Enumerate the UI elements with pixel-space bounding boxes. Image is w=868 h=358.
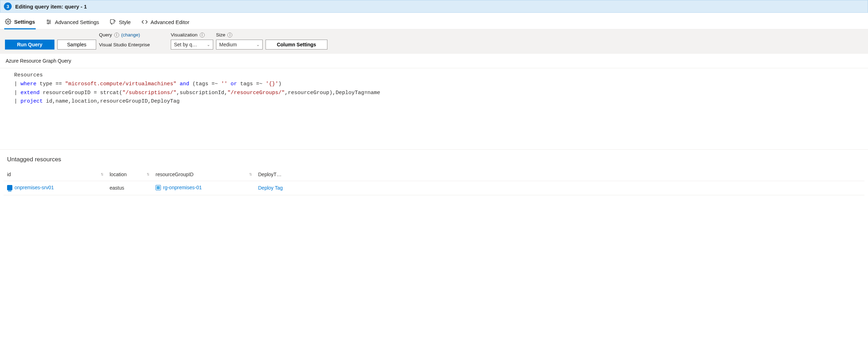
editing-header: 3 Editing query item: query - 1 [0,0,868,13]
tab-label: Advanced Editor [151,19,190,25]
tab-advanced-settings[interactable]: Advanced Settings [45,16,100,29]
tab-row: Settings Advanced Settings Style Advance… [0,13,868,29]
code-icon [141,19,148,25]
tab-settings[interactable]: Settings [4,16,36,29]
tab-label: Advanced Settings [55,19,99,25]
resource-link[interactable]: onpremises-srv01 [7,185,54,190]
query-type-label: Azure Resource Graph Query [0,54,868,68]
svg-point-6 [48,23,49,24]
page-title: Editing query item: query - 1 [15,4,87,10]
size-select[interactable]: Medium⌄ [216,40,263,50]
resource-group-link[interactable]: rg-onpremises-01 [156,185,202,190]
step-badge: 3 [4,2,12,10]
visualization-label: Visualization i [171,32,213,37]
info-icon[interactable]: i [227,33,232,37]
tab-label: Settings [14,19,35,25]
tab-advanced-editor[interactable]: Advanced Editor [141,16,190,29]
info-icon[interactable]: i [200,33,205,37]
size-label: Size i [216,32,263,37]
vm-icon [7,185,12,190]
col-header-deploy[interactable]: DeployT… [255,168,864,181]
run-query-button[interactable]: Run Query [5,40,54,50]
svg-rect-7 [111,19,115,23]
results-table: id↑↓ location↑↓ resourceGroupID↑↓ Deploy… [4,168,864,195]
table-row: onpremises-srv01 eastus rg-onpremises-01… [4,181,864,195]
deploy-tag-link[interactable]: Deploy Tag [258,185,283,191]
sort-icon: ↑↓ [249,172,251,177]
svg-point-5 [49,22,51,23]
visualization-select[interactable]: Set by q…⌄ [171,40,213,50]
toolbar: Query i (change) Visualization i Size i … [0,29,868,54]
svg-point-0 [7,21,9,23]
resource-group-icon [156,185,161,190]
change-link[interactable]: (change) [121,32,140,37]
query-label: Query i (change) [99,32,168,37]
sliders-icon [46,19,52,25]
col-header-rgid[interactable]: resourceGroupID↑↓ [152,168,255,181]
col-header-id[interactable]: id↑↓ [4,168,106,181]
chevron-down-icon: ⌄ [256,42,260,47]
tab-label: Style [119,19,130,25]
tab-style[interactable]: Style [109,16,131,29]
code-editor[interactable]: Resources | where type == "microsoft.com… [0,68,868,150]
results-title: Untagged resources [0,150,868,165]
sort-icon: ↑↓ [100,172,103,177]
col-header-location[interactable]: location↑↓ [106,168,152,181]
info-icon[interactable]: i [114,33,119,37]
chevron-down-icon: ⌄ [207,42,210,47]
column-settings-button[interactable]: Column Settings [266,40,327,50]
cell-location: eastus [106,181,152,195]
samples-button[interactable]: Samples [57,40,96,50]
sort-icon: ↑↓ [146,172,148,177]
gear-icon [5,18,11,25]
query-value: Visual Studio Enterprise [99,42,168,47]
svg-point-4 [47,20,48,21]
style-icon [110,19,116,25]
